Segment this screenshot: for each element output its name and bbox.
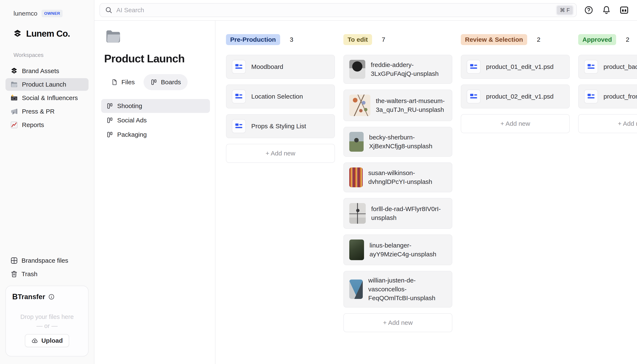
card-thumbnail (349, 240, 364, 260)
card-title: Props & Styling List (251, 122, 306, 130)
card-title: forlll-de-rad-WFlyr8IV0rI-unsplash (371, 204, 446, 222)
kanban-card-product-front[interactable]: product_front_ (578, 84, 637, 108)
tab-files[interactable]: Files (104, 74, 142, 90)
kanban-icon (106, 117, 113, 124)
brand-logo-icon (13, 29, 22, 38)
board-card-icon (232, 90, 246, 104)
owner-badge: OWNER (42, 10, 63, 17)
kanban-card-product-back[interactable]: product_back_ (578, 55, 637, 79)
kanban-card-freddie-addery-3lxgpufaqjq-unsplash[interactable]: freddie-addery-3LxGPuFAqjQ-unsplash (343, 55, 452, 84)
kanban-column-review-selection: Review & Selection 2 product_01_edit_v1.… (461, 34, 570, 364)
card-title: freddie-addery-3LxGPuFAqjQ-unsplash (371, 60, 446, 78)
drop-files-text: Drop your files here (20, 314, 74, 320)
sidebar-item-brand-assets[interactable]: Brand Assets (6, 65, 89, 77)
kanban-card-susan-wilkinson-dvhngldpcyi-unsplash[interactable]: susan-wilkinson-dvhnglDPcYI-unsplash (343, 162, 452, 192)
workspace-list: Brand Assets Product Launch Social & Inf… (6, 65, 89, 131)
or-divider-text: — or — (37, 322, 58, 330)
board-card-icon (232, 60, 246, 74)
add-new-card-button[interactable]: + Add new (343, 313, 452, 332)
column-status-pill: Pre-Production (226, 34, 280, 45)
megaphone-icon (10, 108, 18, 116)
sidebar-footer-links: Brandspace files Trash (7, 254, 89, 280)
kanban-card-willian-justen-de-vasconcellos-feqqomltcbi-unsplash[interactable]: willian-justen-de-vasconcellos-FeqQOmlTc… (343, 271, 452, 308)
kanban-card-product-02-edit-v1-psd[interactable]: product_02_edit_v1.psd (461, 84, 570, 108)
board-item-social-ads[interactable]: Social Ads (101, 113, 210, 127)
gallery-icon (619, 5, 629, 15)
tab-label: Files (121, 78, 135, 86)
card-thumbnail (349, 94, 370, 116)
sidebar-item-reports[interactable]: Reports (6, 118, 89, 131)
sidebar-item-label: Reports (22, 121, 44, 128)
board-card-icon (467, 60, 481, 74)
page-title: Product Launch (104, 52, 210, 65)
trash-icon (10, 270, 18, 278)
content: Product Launch Files Boards Shooting Soc… (95, 21, 637, 364)
kanban-card-product-01-edit-v1-psd[interactable]: product_01_edit_v1.psd (461, 55, 570, 79)
folder-icon (104, 28, 210, 46)
column-status-pill: Approved (578, 34, 616, 45)
board-card-icon (584, 90, 598, 104)
sidebar-item-label: Press & PR (22, 108, 55, 115)
add-new-card-button[interactable]: + Add new (578, 114, 637, 133)
card-title: linus-belanger-ayY9MzieC4g-unsplash (369, 241, 446, 259)
column-cards: product_back_ product_front_+ Add new (578, 55, 637, 133)
kanban-card-forlll-de-rad-wflyr8iv0ri-unsplash[interactable]: forlll-de-rad-WFlyr8IV0rI-unsplash (343, 198, 452, 229)
bell-button[interactable] (601, 4, 612, 16)
kanban-card-linus-belanger-ayy9mziec4g-unsplash[interactable]: linus-belanger-ayY9MzieC4g-unsplash (343, 234, 452, 265)
card-title: susan-wilkinson-dvhnglDPcYI-unsplash (368, 168, 446, 186)
board-panel: Product Launch Files Boards Shooting Soc… (95, 21, 215, 364)
board-item-shooting[interactable]: Shooting (101, 99, 210, 113)
info-icon[interactable] (48, 294, 55, 300)
kanban-icon (106, 102, 113, 110)
topbar-icons (583, 4, 630, 16)
card-title: Location Selection (251, 92, 303, 101)
sidebar-item-brandspace-files[interactable]: Brandspace files (7, 254, 89, 267)
search-bar[interactable]: ⌘ F (100, 3, 577, 17)
column-cards: product_01_edit_v1.psd product_02_edit_v… (461, 55, 570, 133)
sidebar-spacer (6, 131, 89, 254)
add-new-card-button[interactable]: + Add new (461, 114, 570, 133)
gallery-button[interactable] (618, 4, 630, 16)
card-title: product_back_ (603, 62, 637, 71)
sidebar-item-product-launch[interactable]: Product Launch (6, 78, 89, 91)
add-new-card-button[interactable]: + Add new (226, 144, 335, 163)
column-header: Review & Selection 2 (461, 34, 570, 45)
sidebar-item-press-pr[interactable]: Press & PR (6, 105, 89, 118)
card-thumbnail (349, 203, 366, 224)
search-input[interactable] (116, 6, 552, 14)
sidebar-item-trash[interactable]: Trash (7, 268, 89, 280)
kanban-card-location-selection[interactable]: Location Selection (226, 84, 335, 108)
upload-button[interactable]: Upload (25, 334, 69, 347)
column-count: 7 (382, 36, 385, 43)
file-icon (111, 78, 118, 86)
kanban-column-approved: Approved 2 product_back_ product_front_+… (578, 34, 637, 364)
chart-icon (10, 121, 18, 129)
help-button[interactable] (583, 4, 594, 16)
column-cards: freddie-addery-3LxGPuFAqjQ-unsplash the-… (343, 55, 452, 332)
logo[interactable]: Lunem Co. (13, 29, 89, 39)
column-count: 2 (537, 36, 540, 43)
transfer-box: BTransfer Drop your files here — or — Up… (6, 286, 89, 356)
column-header: Approved 2 (578, 34, 637, 45)
kanban-card-props-styling-list[interactable]: Props & Styling List (226, 114, 335, 138)
main-area: ⌘ F Product Launch Files Boards Shooting… (95, 0, 637, 364)
bell-icon (601, 5, 611, 15)
tab-boards[interactable]: Boards (144, 74, 188, 90)
sidebar-item-label: Brandspace files (22, 257, 68, 264)
column-count: 2 (626, 36, 629, 43)
kanban-card-the-walters-art-museum-3a-qutjn-ru-unsplash[interactable]: the-walters-art-museum-3a_quTJn_RU-unspl… (343, 90, 452, 121)
drop-zone[interactable]: Drop your files here — or — Upload (12, 301, 82, 347)
app: { "sidebar": { "org": { "name": "lunemco… (0, 0, 637, 364)
board-item-packaging[interactable]: Packaging (101, 128, 210, 142)
sidebar-item-label: Product Launch (22, 81, 66, 88)
sidebar-item-label: Trash (22, 270, 38, 278)
board-card-icon (467, 90, 481, 104)
logo-text: Lunem Co. (26, 29, 70, 39)
kanban-card-becky-sherburn-xjbexncfjg8-unsplash[interactable]: becky-sherburn-XjBexNCfjg8-unsplash (343, 127, 452, 157)
kanban-card-moodboard[interactable]: Moodboard (226, 55, 335, 79)
sidebar-item-social-influencers[interactable]: Social & Influencers (6, 92, 89, 104)
search-icon (105, 6, 113, 14)
board-item-label: Packaging (117, 131, 147, 138)
org-row: lunemco OWNER (14, 10, 89, 17)
board-list: Shooting Social Ads Packaging (101, 99, 210, 142)
